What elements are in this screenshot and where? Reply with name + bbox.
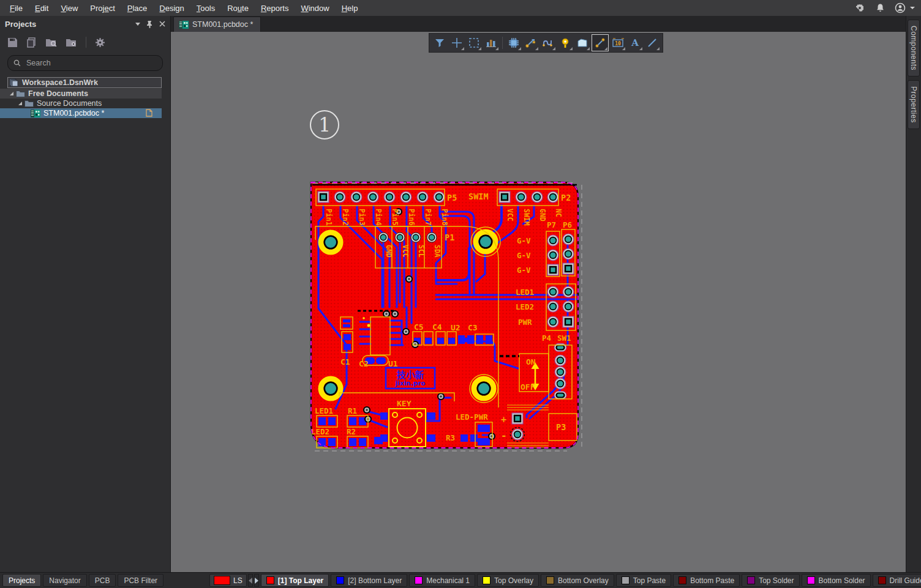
user-menu-caret-icon[interactable] bbox=[910, 7, 915, 9]
dimension-icon[interactable]: 10 bbox=[610, 35, 626, 51]
layer-tab-top-solder[interactable]: Top Solder bbox=[742, 574, 799, 587]
svg-text:-: - bbox=[501, 430, 507, 441]
tree-item-workspace[interactable]: Workspace1.DsnWrk bbox=[7, 77, 162, 88]
svg-text:U2: U2 bbox=[451, 323, 460, 332]
polygon-pour-icon[interactable] bbox=[574, 35, 590, 51]
layer-tab-top-paste[interactable]: Top Paste bbox=[616, 574, 671, 587]
modified-document-icon bbox=[146, 109, 152, 117]
svg-text:LED-PWR: LED-PWR bbox=[456, 412, 488, 422]
layer-set-button[interactable]: LS bbox=[209, 574, 247, 587]
select-area-icon[interactable] bbox=[466, 35, 482, 51]
tree-item-free-documents[interactable]: Free Documents bbox=[0, 89, 162, 99]
svg-text:Pin8: Pin8 bbox=[440, 209, 449, 226]
svg-text:C5: C5 bbox=[414, 322, 424, 332]
panel-pin-icon[interactable] bbox=[146, 20, 153, 28]
layer-color-swatch bbox=[878, 576, 886, 584]
layer-tab-bottom-layer[interactable]: [2] Bottom Layer bbox=[331, 574, 407, 587]
annotation-circled-1: 1 bbox=[310, 110, 339, 140]
jump-crosshair-icon[interactable] bbox=[449, 35, 465, 51]
tune-length-icon[interactable] bbox=[540, 35, 556, 51]
interactive-route-icon[interactable] bbox=[523, 35, 539, 51]
scroll-layers-left-button[interactable] bbox=[248, 574, 253, 587]
svg-text:OFF: OFF bbox=[521, 382, 535, 392]
layer-color-swatch bbox=[483, 576, 491, 584]
menu-bar: File Edit View Project Place Design Tool… bbox=[0, 0, 921, 16]
pcb-board-view[interactable]: P5 SWIM P2 Pin1 Pin2 Pin3 Pin4 Pin5 Pin6… bbox=[310, 181, 585, 453]
svg-text:KEY: KEY bbox=[397, 399, 412, 408]
menu-help[interactable]: Help bbox=[336, 4, 364, 13]
tab-properties[interactable]: Properties bbox=[908, 80, 920, 129]
settings-gear-icon[interactable] bbox=[854, 2, 865, 13]
bottom-tab-pcb-filter[interactable]: PCB Filter bbox=[118, 574, 164, 587]
dimension-icon-text: 10 bbox=[615, 41, 621, 47]
expand-icon[interactable] bbox=[10, 92, 13, 95]
layer-tab-drill-guide[interactable]: Drill Guide bbox=[873, 574, 921, 587]
svg-text:LED1: LED1 bbox=[516, 288, 534, 297]
tree-item-source-documents[interactable]: Source Documents bbox=[0, 99, 162, 108]
user-account-icon[interactable] bbox=[895, 2, 906, 13]
svg-text:P1: P1 bbox=[445, 233, 454, 242]
folder-settings-icon[interactable] bbox=[66, 37, 77, 48]
document-tab-strip: STM001.pcbdoc * bbox=[171, 16, 906, 32]
layer-tab-bottom-solder[interactable]: Bottom Solder bbox=[802, 574, 871, 587]
tree-item-pcb-document[interactable]: STM001.pcbdoc * bbox=[0, 108, 162, 118]
layer-color-swatch bbox=[546, 576, 554, 584]
menu-reports[interactable]: Reports bbox=[255, 4, 295, 13]
layer-tab-mechanical-1[interactable]: Mechanical 1 bbox=[409, 574, 475, 587]
menu-view[interactable]: View bbox=[55, 4, 84, 13]
menu-design[interactable]: Design bbox=[153, 4, 190, 13]
place-via-icon[interactable] bbox=[557, 35, 573, 51]
svg-text:P6: P6 bbox=[563, 220, 572, 229]
place-pad-icon[interactable] bbox=[483, 35, 499, 51]
svg-text:R3: R3 bbox=[446, 433, 455, 442]
tab-components[interactable]: Components bbox=[908, 20, 920, 76]
pcb-document-label: STM001.pcbdoc * bbox=[43, 109, 104, 117]
menu-edit[interactable]: Edit bbox=[29, 4, 55, 13]
svg-text:SW1: SW1 bbox=[557, 333, 571, 343]
save-icon[interactable] bbox=[7, 37, 18, 48]
folder-search-icon[interactable] bbox=[45, 37, 57, 48]
svg-text:LED2: LED2 bbox=[516, 302, 534, 311]
scroll-layers-right-button[interactable] bbox=[254, 574, 259, 587]
notifications-bell-icon[interactable] bbox=[874, 2, 885, 13]
bottom-tab-projects[interactable]: Projects bbox=[2, 574, 41, 587]
search-input[interactable] bbox=[25, 58, 150, 68]
layer-tab-top-layer[interactable]: [1] Top Layer bbox=[261, 574, 329, 587]
pcb-document-icon bbox=[179, 21, 189, 29]
menu-route[interactable]: Route bbox=[221, 4, 255, 13]
copy-documents-icon[interactable] bbox=[26, 37, 37, 48]
menu-window[interactable]: Window bbox=[295, 4, 335, 13]
svg-text:R2: R2 bbox=[347, 427, 356, 436]
panel-menu-icon[interactable] bbox=[135, 23, 140, 26]
layer-tab-bottom-overlay[interactable]: Bottom Overlay bbox=[541, 574, 614, 587]
draw-line-icon[interactable] bbox=[644, 35, 660, 51]
menu-project[interactable]: Project bbox=[84, 4, 121, 13]
expand-icon[interactable] bbox=[18, 102, 22, 105]
bottom-tab-navigator[interactable]: Navigator bbox=[43, 574, 86, 587]
menu-file[interactable]: File bbox=[4, 4, 29, 13]
place-line-icon[interactable] bbox=[592, 34, 609, 51]
svg-text:jixin.pro: jixin.pro bbox=[395, 379, 426, 387]
status-bottom-bar: Projects Navigator PCB PCB Filter LS [1]… bbox=[0, 572, 921, 588]
menu-place[interactable]: Place bbox=[121, 4, 154, 13]
layer-color-swatch bbox=[415, 576, 423, 584]
svg-text:Pin6: Pin6 bbox=[407, 209, 416, 226]
svg-text:P3: P3 bbox=[556, 422, 566, 432]
svg-text:SDA: SDA bbox=[433, 245, 442, 258]
pcb-editor-canvas[interactable]: 10 A 1 bbox=[171, 32, 906, 573]
layer-tab-top-overlay[interactable]: Top Overlay bbox=[477, 574, 539, 587]
svg-text:+: + bbox=[501, 414, 506, 425]
menu-tools[interactable]: Tools bbox=[190, 4, 221, 13]
bottom-tab-pcb[interactable]: PCB bbox=[89, 574, 116, 587]
svg-text:SWIM: SWIM bbox=[522, 209, 531, 226]
panel-gear-icon[interactable] bbox=[95, 37, 105, 48]
svg-text:G-V: G-V bbox=[517, 236, 531, 245]
tab-stm001-pcbdoc[interactable]: STM001.pcbdoc * bbox=[173, 17, 261, 32]
layer-tab-bottom-paste[interactable]: Bottom Paste bbox=[673, 574, 740, 587]
svg-text:C3: C3 bbox=[468, 323, 478, 332]
place-component-icon[interactable] bbox=[506, 35, 522, 51]
free-documents-label: Free Documents bbox=[28, 89, 88, 98]
place-text-icon[interactable]: A bbox=[627, 35, 643, 51]
panel-close-icon[interactable] bbox=[159, 21, 165, 27]
filter-icon[interactable] bbox=[432, 35, 448, 51]
